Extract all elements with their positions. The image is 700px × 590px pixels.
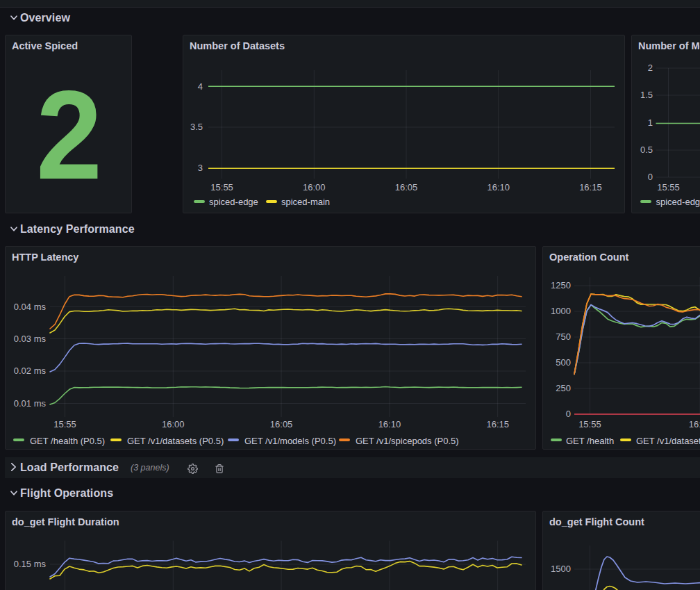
svg-text:spiced-main: spiced-main <box>281 197 330 207</box>
svg-text:GET /health: GET /health <box>566 436 614 446</box>
svg-text:250: 250 <box>556 383 571 393</box>
svg-text:16:10: 16:10 <box>378 419 401 429</box>
svg-text:GET /v1/spicepods (P0.5): GET /v1/spicepods (P0.5) <box>356 436 459 446</box>
svg-text:15:55: 15:55 <box>210 182 233 192</box>
svg-text:2: 2 <box>648 63 653 73</box>
svg-text:1: 1 <box>648 117 653 128</box>
svg-text:16:00: 16:00 <box>162 419 185 429</box>
svg-text:16:00: 16:00 <box>303 182 326 192</box>
svg-text:750: 750 <box>556 331 571 342</box>
svg-text:16:05: 16:05 <box>395 182 418 192</box>
svg-text:0.15 ms: 0.15 ms <box>14 559 47 569</box>
svg-text:16:00: 16:00 <box>689 419 700 429</box>
svg-text:500: 500 <box>556 357 571 368</box>
svg-text:16:15: 16:15 <box>579 182 602 192</box>
svg-text:16:15: 16:15 <box>486 419 509 429</box>
svg-text:GET /health (P0.5): GET /health (P0.5) <box>30 436 105 446</box>
svg-text:spiced-edge: spiced-edge <box>209 197 258 207</box>
svg-text:0.03 ms: 0.03 ms <box>14 334 47 344</box>
svg-text:1000: 1000 <box>551 306 571 316</box>
svg-text:16:10: 16:10 <box>487 182 510 192</box>
svg-text:0.04 ms: 0.04 ms <box>14 302 47 312</box>
svg-text:1250: 1250 <box>551 280 571 290</box>
svg-text:3.5: 3.5 <box>190 122 203 132</box>
svg-text:3: 3 <box>198 163 203 173</box>
svg-text:0: 0 <box>566 409 571 419</box>
svg-text:15:55: 15:55 <box>578 419 601 429</box>
svg-text:15:55: 15:55 <box>657 182 680 192</box>
svg-text:4: 4 <box>198 81 203 92</box>
svg-text:15:55: 15:55 <box>53 419 76 429</box>
svg-text:1.5: 1.5 <box>640 90 653 100</box>
svg-text:GET /v1/datasets (P0.5): GET /v1/datasets (P0.5) <box>127 436 224 446</box>
svg-text:GET /v1/datasets: GET /v1/datasets <box>636 436 700 446</box>
svg-text:GET /v1/models (P0.5): GET /v1/models (P0.5) <box>244 436 336 446</box>
svg-text:spiced-edge: spiced-edge <box>656 197 700 207</box>
svg-text:1500: 1500 <box>551 564 571 574</box>
svg-text:0: 0 <box>648 172 653 182</box>
svg-text:0.02 ms: 0.02 ms <box>14 366 47 376</box>
svg-text:0.5: 0.5 <box>640 145 653 155</box>
svg-text:16:05: 16:05 <box>270 419 293 429</box>
svg-text:0.01 ms: 0.01 ms <box>14 398 47 409</box>
